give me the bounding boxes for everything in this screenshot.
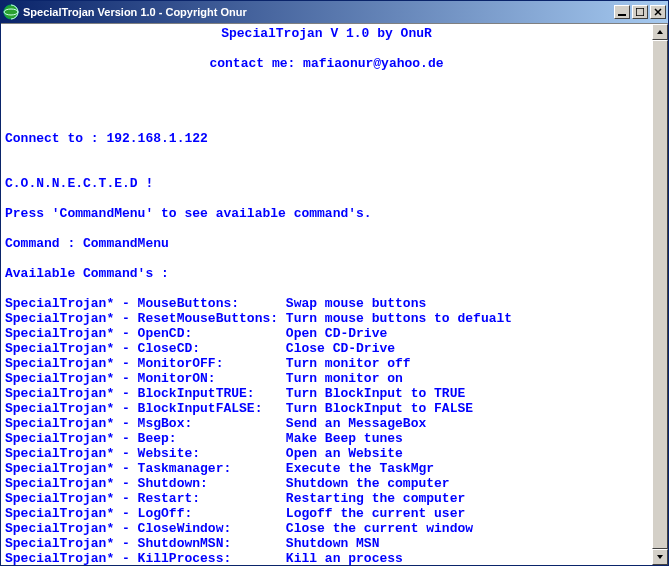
status-line: C.O.N.N.E.C.T.E.D ! [5, 176, 153, 191]
command-row: SpecialTrojan* - Beep: Make Beep tunes [5, 431, 648, 446]
command-row: SpecialTrojan* - Taskmanager: Execute th… [5, 461, 648, 476]
maximize-button[interactable] [632, 5, 648, 19]
app-icon [3, 4, 19, 20]
window-title: SpecialTrojan Version 1.0 - Copyright On… [23, 6, 614, 18]
command-row: SpecialTrojan* - Website: Open an Websit… [5, 446, 648, 461]
svg-rect-3 [636, 8, 644, 16]
scroll-thumb[interactable] [652, 40, 668, 549]
hint-line: Press 'CommandMenu' to see available com… [5, 206, 372, 221]
connect-line: Connect to : 192.168.1.122 [5, 131, 208, 146]
titlebar[interactable]: SpecialTrojan Version 1.0 - Copyright On… [1, 1, 668, 23]
scroll-up-button[interactable] [652, 24, 668, 40]
scroll-down-button[interactable] [652, 549, 668, 565]
command-row: SpecialTrojan* - CloseWindow: Close the … [5, 521, 648, 536]
client-area: SpecialTrojan V 1.0 by OnuR contact me: … [1, 23, 668, 565]
command-row: SpecialTrojan* - MsgBox: Send an Message… [5, 416, 648, 431]
command-row: SpecialTrojan* - BlockInputTRUE: Turn Bl… [5, 386, 648, 401]
command-row: SpecialTrojan* - Restart: Restarting the… [5, 491, 648, 506]
command-list: SpecialTrojan* - MouseButtons: Swap mous… [5, 296, 648, 565]
close-button[interactable] [650, 5, 666, 19]
command-row: SpecialTrojan* - BlockInputFALSE: Turn B… [5, 401, 648, 416]
command-row: SpecialTrojan* - CloseCD: Close CD-Drive [5, 341, 648, 356]
command-row: SpecialTrojan* - ShutdownMSN: Shutdown M… [5, 536, 648, 551]
prompt-line: Command : CommandMenu [5, 236, 169, 251]
command-row: SpecialTrojan* - ResetMouseButtons: Turn… [5, 311, 648, 326]
window-controls [614, 5, 666, 19]
minimize-button[interactable] [614, 5, 630, 19]
app-window: SpecialTrojan Version 1.0 - Copyright On… [0, 0, 669, 566]
svg-rect-2 [618, 14, 626, 16]
list-header: Available Command's : [5, 266, 169, 281]
command-row: SpecialTrojan* - MouseButtons: Swap mous… [5, 296, 648, 311]
command-row: SpecialTrojan* - Shutdown: Shutdown the … [5, 476, 648, 491]
command-row: SpecialTrojan* - OpenCD: Open CD-Drive [5, 326, 648, 341]
command-row: SpecialTrojan* - MonitorON: Turn monitor… [5, 371, 648, 386]
header-line-2: contact me: mafiaonur@yahoo.de [5, 56, 648, 71]
command-row: SpecialTrojan* - MonitorOFF: Turn monito… [5, 356, 648, 371]
command-row: SpecialTrojan* - LogOff: Logoff the curr… [5, 506, 648, 521]
header-line-1: SpecialTrojan V 1.0 by OnuR [5, 26, 648, 41]
scroll-track[interactable] [652, 40, 668, 549]
vertical-scrollbar[interactable] [652, 24, 668, 565]
command-row: SpecialTrojan* - KillProcess: Kill an pr… [5, 551, 648, 565]
console-output[interactable]: SpecialTrojan V 1.0 by OnuR contact me: … [1, 24, 652, 565]
